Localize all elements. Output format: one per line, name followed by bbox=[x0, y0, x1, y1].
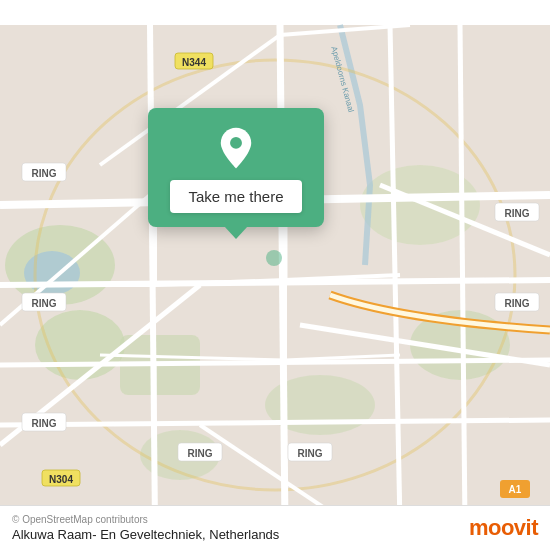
svg-text:RING: RING bbox=[32, 298, 57, 309]
copyright-text: © OpenStreetMap contributors bbox=[12, 514, 279, 525]
svg-text:RING: RING bbox=[505, 298, 530, 309]
bottom-left: © OpenStreetMap contributors Alkuwa Raam… bbox=[12, 514, 279, 542]
location-name: Alkuwa Raam- En Geveltechniek, Netherlan… bbox=[12, 527, 279, 542]
popup-card: Take me there bbox=[148, 108, 324, 227]
svg-text:A1: A1 bbox=[509, 484, 522, 495]
svg-text:N344: N344 bbox=[182, 57, 206, 68]
svg-text:RING: RING bbox=[298, 448, 323, 459]
svg-text:RING: RING bbox=[32, 418, 57, 429]
take-me-there-button[interactable]: Take me there bbox=[170, 180, 301, 213]
moovit-logo-text: moovit bbox=[469, 515, 538, 541]
svg-point-56 bbox=[230, 137, 242, 149]
location-pin-icon bbox=[214, 126, 258, 170]
svg-text:RING: RING bbox=[188, 448, 213, 459]
svg-text:RING: RING bbox=[505, 208, 530, 219]
svg-text:RING: RING bbox=[32, 168, 57, 179]
bottom-bar: © OpenStreetMap contributors Alkuwa Raam… bbox=[0, 505, 550, 550]
svg-point-55 bbox=[266, 250, 282, 266]
map-svg: RING RING RING RING RING RING RING N344 … bbox=[0, 0, 550, 550]
svg-text:N304: N304 bbox=[49, 474, 73, 485]
map-container: RING RING RING RING RING RING RING N344 … bbox=[0, 0, 550, 550]
svg-point-8 bbox=[24, 251, 80, 295]
moovit-logo: moovit bbox=[469, 515, 538, 541]
